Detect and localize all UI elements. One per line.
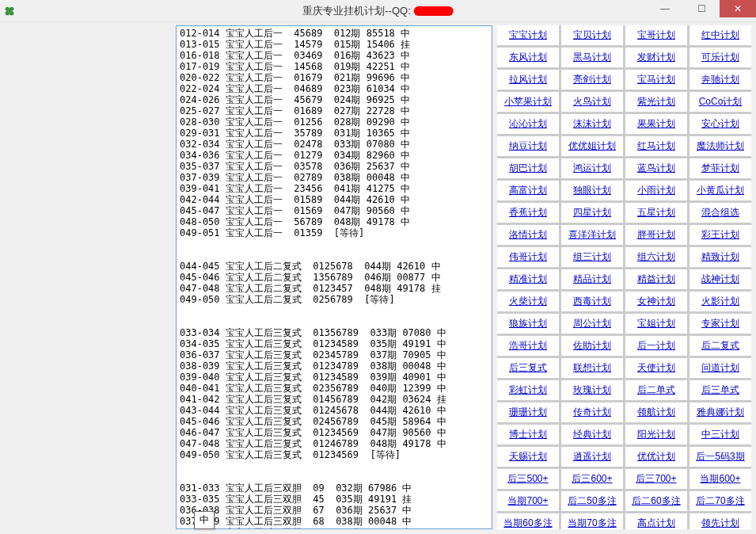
plan-link[interactable]: 后三单式 [701,383,739,397]
plan-link[interactable]: 天赐计划 [509,450,547,463]
plan-link[interactable]: 当期70多注 [568,517,616,529]
plan-link[interactable]: 蓝鸟计划 [637,162,675,175]
plan-link[interactable]: 宝宝计划 [509,29,547,42]
plan-link[interactable]: 专家计划 [701,317,739,330]
plan-link[interactable]: 魔法师计划 [697,139,744,153]
plan-link[interactable]: 精准计划 [509,273,547,286]
plan-link[interactable]: 玫瑰计划 [573,383,611,397]
plan-link[interactable]: 火鸟计划 [573,95,611,109]
plan-link[interactable]: 宝哥计划 [637,29,675,42]
log-panel[interactable]: 012-014 宝宝人工后一 45689 012期 85518 中 013-01… [176,25,492,529]
plan-link[interactable]: 组六计划 [637,250,675,264]
plan-link[interactable]: 火影计划 [701,295,739,308]
plan-link[interactable]: 可乐计划 [701,51,739,64]
plan-link[interactable]: 鸿运计划 [573,162,611,175]
plan-link[interactable]: 后一计划 [637,339,675,353]
plan-link[interactable]: 后二70多注 [696,494,744,508]
plan-cell: 安心计划 [690,114,751,134]
minimize-button[interactable]: — [647,0,683,17]
plan-link[interactable]: 梦菲计划 [701,162,739,175]
plan-link[interactable]: 后三500+ [507,472,548,486]
plan-link[interactable]: 佐助计划 [573,339,611,353]
plan-link[interactable]: 后二复式 [701,339,739,353]
plan-link[interactable]: 后二单式 [637,383,675,397]
plan-link[interactable]: 红中计划 [701,29,739,42]
plan-link[interactable]: 阳光计划 [637,428,675,441]
plan-link[interactable]: 果果计划 [637,117,675,131]
plan-link[interactable]: 独眼计划 [573,184,611,197]
plan-link[interactable]: 中三计划 [701,428,739,441]
plan-link[interactable]: 后三复式 [509,361,547,375]
plan-link[interactable]: 紫光计划 [637,95,675,109]
plan-link[interactable]: 博士计划 [509,428,547,441]
plan-link[interactable]: 胖哥计划 [637,228,675,242]
plan-link[interactable]: 胡巴计划 [509,162,547,175]
plan-link[interactable]: 精益计划 [637,273,675,286]
plan-link[interactable]: 当期60多注 [503,517,552,529]
redacted-qq [414,6,454,16]
plan-link[interactable]: 后一5码3期 [696,450,744,463]
plan-link[interactable]: 沫沫计划 [573,117,611,131]
plan-link[interactable]: CoCo计划 [699,95,743,109]
plan-link[interactable]: 宝贝计划 [573,29,611,42]
plan-link[interactable]: 小苹果计划 [504,95,552,109]
plan-link[interactable]: 领先计划 [701,517,739,529]
plan-link[interactable]: 后二50多注 [568,494,616,508]
plan-link[interactable]: 狼族计划 [509,317,547,330]
plan-link[interactable]: 纳豆计划 [509,139,547,153]
plan-link[interactable]: 黑马计划 [573,51,611,64]
plan-link[interactable]: 奔驰计划 [701,73,739,86]
plan-cell: 领航计划 [625,402,687,422]
plan-link[interactable]: 西毒计划 [573,295,611,308]
plan-link[interactable]: 精品计划 [573,273,611,286]
plan-link[interactable]: 后二60多注 [632,494,680,508]
plan-link[interactable]: 洛情计划 [509,228,547,242]
plan-link[interactable]: 周公计划 [573,317,611,330]
plan-link[interactable]: 传奇计划 [573,406,611,419]
plan-link[interactable]: 战神计划 [701,273,739,286]
plan-link[interactable]: 香蕉计划 [509,206,547,219]
plan-link[interactable]: 安心计划 [701,117,739,131]
plan-link[interactable]: 珊珊计划 [509,406,547,419]
plan-link[interactable]: 问道计划 [701,361,739,375]
plan-link[interactable]: 精致计划 [701,250,739,264]
plan-link[interactable]: 优优计划 [637,450,675,463]
plan-link[interactable]: 火柴计划 [509,295,547,308]
close-button[interactable]: ✕ [720,0,756,17]
plan-link[interactable]: 发财计划 [637,51,675,64]
plan-link[interactable]: 当期600+ [700,472,740,486]
plan-link[interactable]: 彩王计划 [701,228,739,242]
plan-link[interactable]: 亮剑计划 [573,73,611,86]
plan-link[interactable]: 拉风计划 [509,73,547,86]
plan-link[interactable]: 五星计划 [637,206,675,219]
plan-link[interactable]: 优优姐计划 [568,139,616,153]
plan-link[interactable]: 高富计划 [509,184,547,197]
plan-link[interactable]: 女神计划 [637,295,675,308]
plan-link[interactable]: 经典计划 [573,428,611,441]
plan-link[interactable]: 沁沁计划 [509,117,547,131]
plan-link[interactable]: 宝姐计划 [637,317,675,330]
plan-link[interactable]: 混合组选 [701,206,739,219]
maximize-button[interactable]: ☐ [683,0,720,17]
plan-link[interactable]: 后三600+ [572,472,612,486]
plan-link[interactable]: 红马计划 [637,139,675,153]
plan-link[interactable]: 高点计划 [637,517,675,529]
plan-link[interactable]: 小黄瓜计划 [697,184,744,197]
plan-link[interactable]: 领航计划 [637,406,675,419]
plan-link[interactable]: 东风计划 [509,51,547,64]
plan-link[interactable]: 组三计划 [573,250,611,264]
plan-link[interactable]: 彩虹计划 [509,383,547,397]
plan-link[interactable]: 雅典娜计划 [697,406,744,419]
plan-link[interactable]: 逍遥计划 [573,450,611,463]
plan-link[interactable]: 浩哥计划 [509,339,547,353]
plan-link[interactable]: 伟哥计划 [509,250,547,264]
plan-cell: 博士计划 [497,425,559,444]
plan-link[interactable]: 联想计划 [573,361,611,375]
plan-link[interactable]: 喜洋洋计划 [568,228,616,242]
plan-link[interactable]: 天使计划 [637,361,675,375]
plan-link[interactable]: 宝马计划 [637,73,675,86]
plan-link[interactable]: 四星计划 [573,206,611,219]
plan-link[interactable]: 后三700+ [636,472,676,486]
plan-link[interactable]: 当期700+ [507,494,548,508]
plan-link[interactable]: 小雨计划 [637,184,675,197]
